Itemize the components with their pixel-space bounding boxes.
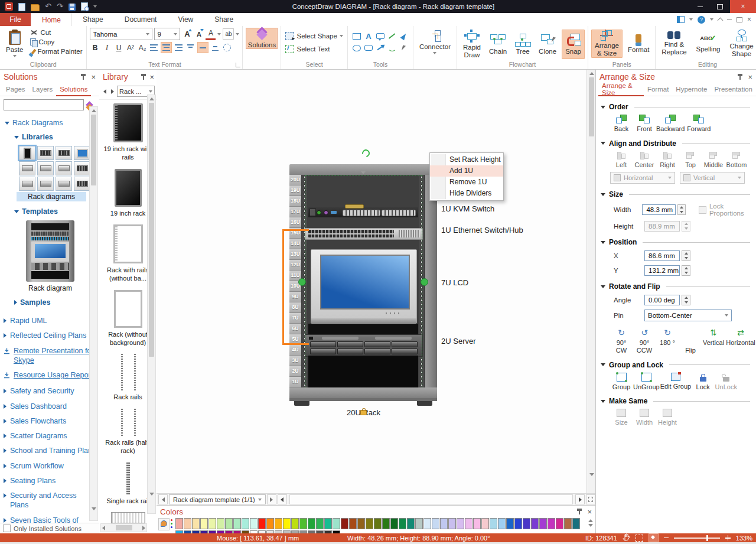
section-group[interactable]: Group and Lock [601, 361, 750, 369]
color-swatch[interactable] [192, 518, 200, 529]
solution-list-item[interactable]: School and Training Plans [4, 446, 97, 455]
library-back-icon[interactable] [102, 87, 107, 96]
backward-button[interactable]: Backward [656, 115, 685, 133]
width-input[interactable]: 48.3 mm [642, 204, 675, 215]
color-swatch[interactable] [415, 518, 423, 529]
pointer-tool[interactable] [400, 44, 408, 51]
ribbon-tab[interactable]: Share [204, 13, 244, 26]
close-button[interactable]: × [730, 0, 756, 13]
find-replace-button[interactable]: Find & Replace [659, 30, 689, 58]
align-left-button[interactable] [149, 43, 159, 53]
position-y-input[interactable]: 131.2 mm [644, 265, 680, 276]
undo-icon[interactable]: ↶ [45, 2, 51, 11]
close-icon[interactable]: × [748, 73, 752, 81]
grow-font-button[interactable]: A [182, 29, 192, 39]
font-color-button[interactable]: A [206, 28, 216, 40]
tab-file[interactable]: File [0, 13, 31, 26]
color-swatch[interactable] [382, 518, 390, 529]
color-swatch[interactable] [407, 518, 415, 529]
scrollbar-thumb[interactable] [149, 103, 154, 357]
zoom-slider-thumb[interactable] [706, 535, 708, 541]
solution-list-item[interactable]: Sales Dashboard [4, 402, 97, 411]
collapsed-arrow-icon[interactable] [4, 318, 6, 323]
library-thumbnail[interactable] [74, 177, 90, 191]
font-size-select[interactable]: 9 [154, 28, 180, 40]
hscroll-right-icon[interactable] [575, 494, 585, 504]
library-item-thumbnail[interactable] [116, 409, 140, 436]
valign-middle-button[interactable] [197, 42, 208, 53]
solution-list-item[interactable]: Sales Flowcharts [4, 416, 97, 426]
text-tool[interactable]: A [364, 32, 373, 40]
collapsed-arrow-icon[interactable] [4, 464, 6, 468]
color-swatch[interactable] [432, 518, 439, 529]
underline-button[interactable]: U [113, 43, 123, 53]
collapse-ribbon-icon[interactable] [718, 18, 724, 24]
collapsed-arrow-icon[interactable] [4, 434, 6, 438]
close-icon[interactable]: × [149, 73, 154, 81]
select-text-button[interactable]: Select Text [284, 44, 344, 54]
arrow-tool[interactable] [376, 44, 384, 51]
align-right-button[interactable]: Right [656, 151, 679, 169]
expand-arrow-icon[interactable] [5, 122, 9, 125]
ethernet-switch-shape[interactable] [305, 228, 423, 240]
minimize-button[interactable] [690, 0, 710, 13]
color-swatch[interactable] [506, 518, 514, 529]
library-thumbnail[interactable] [74, 146, 90, 160]
color-swatch[interactable] [316, 518, 324, 529]
color-swatch[interactable] [349, 518, 357, 529]
zoom-out-icon[interactable] [664, 538, 669, 539]
color-swatch[interactable] [523, 518, 530, 529]
library-thumbnail[interactable] [19, 146, 35, 160]
library-item-thumbnail[interactable] [113, 224, 143, 263]
color-swatch[interactable] [399, 518, 406, 529]
solution-list-item[interactable]: Scatter Diagrams [4, 431, 97, 441]
position-x-spinner[interactable] [682, 250, 690, 261]
distribute-vertical-select[interactable]: Vertical [680, 172, 745, 184]
scroll-up-icon[interactable] [588, 519, 593, 522]
fit-page-icon[interactable] [586, 494, 595, 504]
align-center-button[interactable] [161, 42, 172, 53]
solution-list-item[interactable]: Rapid UML [4, 316, 97, 325]
color-swatch[interactable] [465, 518, 472, 529]
solution-list-item[interactable]: Seating Plans [4, 476, 97, 486]
pin-icon[interactable] [737, 73, 744, 81]
blank-panel-bottom[interactable] [308, 356, 418, 387]
color-swatch[interactable] [233, 518, 241, 529]
same-height-button[interactable]: Height [656, 409, 679, 426]
context-menu-item[interactable]: Set Rack Height [430, 154, 503, 165]
custom-colors-icon[interactable] [170, 518, 174, 529]
color-swatch[interactable] [564, 518, 572, 529]
color-swatch[interactable] [175, 518, 183, 529]
color-swatch[interactable] [440, 518, 448, 529]
hscroll-track[interactable] [289, 494, 573, 504]
library-scrollbar[interactable] [147, 95, 156, 514]
redo-icon[interactable]: ↷ [57, 2, 63, 11]
rotate-cw-button[interactable]: ↻90° CW [610, 328, 633, 354]
library-item-thumbnail[interactable] [113, 103, 143, 142]
template-caption[interactable]: Rack diagram [15, 284, 85, 292]
library-caption-selected[interactable]: Rack diagrams [17, 192, 86, 201]
zoom-slider[interactable] [674, 538, 720, 539]
color-swatch[interactable] [357, 518, 365, 529]
pan-hand-icon[interactable] [623, 533, 630, 542]
rotate-handle[interactable] [360, 148, 371, 158]
flip-vertical-button[interactable]: ⇅Vertical [702, 328, 725, 354]
print-preview-icon[interactable] [81, 2, 88, 11]
flip-horizontal-button[interactable]: ⇄Horizontal [725, 328, 756, 354]
section-order[interactable]: Order [601, 103, 750, 111]
hscroll-left-icon[interactable] [278, 494, 287, 504]
kvm-switch-shape[interactable] [308, 207, 418, 217]
expand-arrow-icon[interactable] [14, 136, 19, 139]
only-installed-checkbox[interactable] [3, 525, 11, 532]
library-thumbnail[interactable] [37, 146, 54, 160]
rotate-ccw-button[interactable]: ↺90° CCW [633, 328, 656, 354]
shrink-font-button[interactable]: A [194, 29, 204, 39]
library-thumbnail[interactable] [56, 146, 72, 160]
color-swatch[interactable] [333, 518, 340, 529]
align-left-button[interactable]: Left [610, 151, 633, 169]
color-swatch[interactable] [308, 518, 315, 529]
close-icon[interactable]: × [587, 508, 592, 516]
color-swatch[interactable] [473, 518, 481, 529]
height-spinner[interactable] [682, 221, 690, 232]
resize-handle-right[interactable] [421, 278, 428, 286]
